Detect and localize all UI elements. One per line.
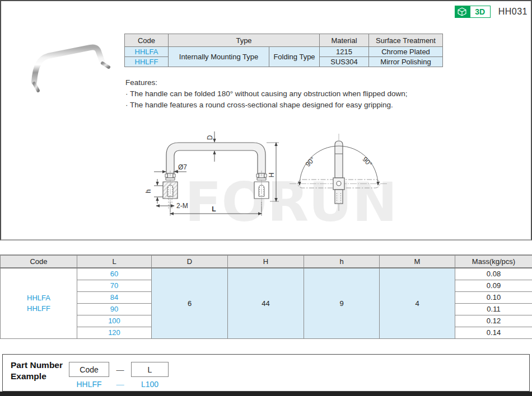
- mass-value-4: 0.11: [455, 303, 532, 315]
- features-block: Features: · The handle can be folded 180…: [125, 77, 408, 111]
- dim-col-h: H: [228, 255, 304, 268]
- dim-h-small-label: h: [144, 190, 152, 194]
- dim-height-label: H: [268, 173, 276, 178]
- dim-code-cell: HHLFA HHLFF: [1, 268, 77, 338]
- spec-header-row: Code Type Material Surface Treatment: [125, 34, 443, 47]
- h-small-value-cell: 9: [304, 268, 380, 338]
- page-header: 3D HH031: [455, 6, 528, 18]
- spec-row-hhlfa: HHLFA Internally Mounting Type Folding T…: [125, 47, 443, 57]
- pn-title-line2: Example: [11, 371, 63, 382]
- page-part-code: HH031: [498, 7, 528, 17]
- product-photo: [17, 30, 119, 93]
- pn-l-box: L: [131, 362, 169, 377]
- pn-example-code: HHLFF: [69, 379, 109, 389]
- cube-3d-icon: [455, 6, 470, 18]
- type-sub-cell: Folding Type: [269, 47, 320, 67]
- 3d-badge-label: 3D: [470, 6, 491, 18]
- dim-code-hhlfa[interactable]: HHLFA: [1, 293, 77, 303]
- mass-value-1: 0.08: [455, 268, 532, 280]
- feature-line-2: · The handle features a round cross-sect…: [125, 100, 408, 111]
- l-value-70[interactable]: 70: [77, 280, 152, 291]
- dimension-table: Code L D H h M Mass(kg/pcs) HHLFA HHLFF …: [0, 254, 532, 339]
- part-number-example-section: Part Number Example Code — L HHLFF — L10…: [2, 354, 530, 392]
- material-1215: 1215: [320, 47, 369, 57]
- dim-thread-label: 2-M: [176, 202, 188, 210]
- pn-dash: —: [109, 362, 131, 377]
- dim-h-small: [154, 179, 163, 204]
- page-bottom-bar: [0, 392, 532, 396]
- type-main-cell: Internally Mounting Type: [169, 47, 269, 67]
- catalog-page: 3D HH031: [0, 0, 532, 396]
- mass-value-6: 0.14: [455, 327, 532, 338]
- dim-header-row: Code L D H h M Mass(kg/pcs): [1, 255, 532, 268]
- dim-d-label: D: [206, 135, 214, 140]
- code-link-hhlff[interactable]: HHLFF: [125, 57, 169, 67]
- dim-col-h-small: h: [304, 255, 380, 268]
- angle-left-label: 90°: [304, 155, 317, 168]
- surface-mirror: Mirror Polishing: [369, 57, 443, 67]
- spec-col-code: Code: [125, 34, 169, 47]
- features-title: Features:: [125, 77, 408, 88]
- dim-col-d: D: [152, 255, 228, 268]
- l-value-84[interactable]: 84: [77, 291, 152, 303]
- h-value-cell: 44: [228, 268, 304, 338]
- mass-value-2: 0.09: [455, 280, 532, 291]
- dim-length-label: L: [212, 205, 216, 213]
- pn-title-line1: Part Number: [11, 360, 63, 371]
- dim-col-code: Code: [1, 255, 77, 268]
- pn-example-l: L100: [131, 379, 169, 389]
- dim-col-m: M: [380, 255, 455, 268]
- dim-dia-label: Ø7: [178, 163, 187, 171]
- dim-col-l: L: [77, 255, 152, 268]
- m-value-cell: 4: [380, 268, 455, 338]
- d-value-cell: 6: [152, 268, 228, 338]
- 3d-model-button[interactable]: 3D: [455, 6, 491, 18]
- pn-example-dash: —: [109, 379, 131, 389]
- feature-line-1: · The handle can be folded 180° without …: [125, 88, 408, 100]
- front-view: D Ø7 h 2-M: [144, 131, 279, 216]
- angle-right-label: 90°: [361, 155, 374, 168]
- dim-row-1: HHLFA HHLFF 60 6 44 9 4 0.08: [1, 268, 532, 280]
- mass-value-3: 0.10: [455, 291, 532, 303]
- part-number-example-title: Part Number Example: [11, 360, 63, 382]
- spec-col-type: Type: [169, 34, 320, 47]
- spec-table: Code Type Material Surface Treatment HHL…: [124, 34, 443, 67]
- surface-chrome: Chrome Plated: [369, 47, 443, 57]
- product-info-section: 3D HH031: [0, 0, 532, 241]
- side-view: 90° 90°: [290, 134, 388, 211]
- dim-col-mass: Mass(kg/pcs): [455, 255, 532, 268]
- l-value-90[interactable]: 90: [77, 303, 152, 315]
- material-sus304: SUS304: [320, 57, 369, 67]
- spec-col-surface: Surface Treatment: [369, 34, 443, 47]
- mass-value-5: 0.12: [455, 315, 532, 327]
- pn-code-box: Code: [69, 362, 109, 377]
- l-value-100[interactable]: 100: [77, 315, 152, 327]
- code-link-hhlfa[interactable]: HHLFA: [125, 47, 169, 57]
- dim-code-hhlff[interactable]: HHLFF: [1, 303, 77, 314]
- technical-drawing: D Ø7 h 2-M: [143, 120, 400, 241]
- l-value-120[interactable]: 120: [77, 327, 152, 338]
- l-value-60[interactable]: 60: [77, 268, 152, 280]
- spec-col-material: Material: [320, 34, 369, 47]
